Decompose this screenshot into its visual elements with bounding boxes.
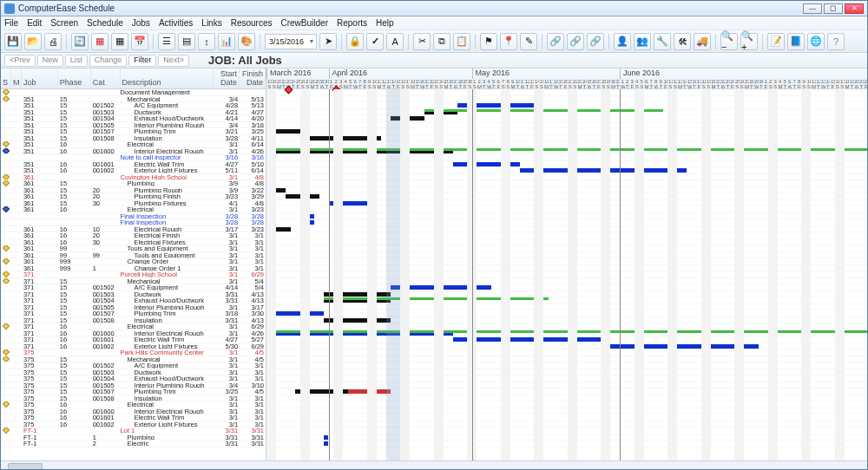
date-picker[interactable]: 3/15/2016	[265, 34, 317, 49]
copy-icon[interactable]: ⧉	[433, 33, 450, 50]
task-row[interactable]: 35116Electrical3/16/14	[1, 141, 266, 148]
menu-activities[interactable]: Activities	[159, 18, 193, 28]
task-row[interactable]: 3619999Tools and Equipment3/13/1	[1, 252, 266, 259]
help-icon[interactable]: ?	[827, 33, 845, 50]
menu-crewbuilder[interactable]: CrewBuilder	[281, 18, 328, 28]
change-button[interactable]: Change	[89, 55, 128, 67]
users-icon[interactable]: 👥	[634, 33, 651, 50]
task-row[interactable]: 3619991Change Order 13/13/1	[1, 265, 266, 272]
task-row[interactable]: 35115001507Plumbing Trim3/213/25	[1, 128, 266, 135]
day-view-icon[interactable]: 📅	[131, 33, 148, 50]
task-row[interactable]: 36116Electrical3/13/23	[1, 206, 266, 213]
task-row[interactable]: 361999Change Order3/13/1	[1, 258, 266, 265]
task-row[interactable]: 371Purcell High School3/16/29	[1, 271, 266, 278]
spell-icon[interactable]: ✓	[366, 33, 384, 50]
task-row[interactable]: 37116001601Electric Wall Trim4/275/27	[1, 336, 266, 343]
marker-icon[interactable]: ✎	[520, 33, 537, 50]
task-row[interactable]: 37515001502A/C Equipment3/13/1	[1, 362, 266, 369]
task-row[interactable]: 37115001508Insulation3/314/13	[1, 317, 266, 324]
task-row[interactable]: 37516Electrical3/13/1	[1, 401, 266, 408]
pin-icon[interactable]: 📍	[500, 33, 517, 50]
task-row[interactable]: 37515001505Interior Plumbing Rough3/43/1…	[1, 382, 266, 389]
task-row[interactable]: 3611620Electrical Finish3/13/1	[1, 232, 266, 239]
tool-icon[interactable]: 🛠	[674, 33, 691, 50]
task-row[interactable]: Document Management	[1, 89, 266, 96]
paste-icon[interactable]: 📋	[453, 33, 470, 50]
font-icon[interactable]: A	[386, 33, 404, 50]
chart-icon[interactable]: 📊	[218, 33, 235, 50]
task-row[interactable]: 35115001502A/C Equipment4/285/13	[1, 102, 266, 109]
menu-jobs[interactable]: Jobs	[132, 18, 150, 28]
new-button[interactable]: New	[37, 55, 63, 67]
task-row[interactable]: 37515001508Insulation3/13/1	[1, 395, 266, 402]
task-row[interactable]: 37115001504Exhaust Hood/Ductwork3/314/13	[1, 297, 266, 304]
task-row[interactable]: 35115001505Interior Plumbing Rough3/43/1…	[1, 122, 266, 129]
maximize-button[interactable]: ▢	[824, 3, 843, 14]
task-row[interactable]: 361Covington High School3/14/8	[1, 174, 266, 181]
task-row[interactable]: 37516001600Interior Electrical Rough3/13…	[1, 408, 266, 415]
truck-icon[interactable]: 🚚	[694, 33, 711, 50]
task-row[interactable]: FT-1Lot 13/313/31	[1, 428, 266, 434]
col-s[interactable]: S	[1, 69, 11, 88]
task-row[interactable]: Final Inspection3/283/28	[1, 213, 266, 220]
task-row[interactable]: 37116001600Interior Electrical Rough3/14…	[1, 330, 266, 337]
task-row[interactable]: 3611610Electrical Rough3/173/23	[1, 226, 266, 233]
bars-icon[interactable]: ▤	[178, 33, 195, 50]
task-row[interactable]: 35116001600Interior Electrical Rough3/14…	[1, 148, 266, 155]
task-row[interactable]: 35116001602Exterior Light Fixtures5/116/…	[1, 167, 266, 174]
task-row[interactable]: 37115001505Interior Plumbing Rough3/13/1…	[1, 304, 266, 311]
book-icon[interactable]: 📘	[787, 33, 805, 50]
gantt-bar[interactable]	[424, 109, 663, 112]
task-row[interactable]: 37516001602Exterior Light Fixtures3/13/1	[1, 421, 266, 428]
task-row[interactable]: 3611520Plumbing Rough3/93/22	[1, 187, 266, 194]
task-row[interactable]: 37515001503Ductwork3/13/1	[1, 369, 266, 376]
task-row[interactable]: 37116001602Exterior Light Fixtures5/306/…	[1, 343, 266, 350]
next-button[interactable]: Next>	[158, 55, 189, 67]
task-row[interactable]: 37115Mechanical3/15/4	[1, 278, 266, 285]
link2-icon[interactable]: 🔗	[567, 33, 584, 50]
task-row[interactable]: 37515Mechanical3/14/5	[1, 356, 266, 363]
col-desc[interactable]: Description	[121, 69, 214, 88]
link3-icon[interactable]: 🔗	[587, 33, 604, 50]
menu-schedule[interactable]: Schedule	[87, 18, 123, 28]
open-icon[interactable]: 📂	[24, 33, 42, 50]
menu-links[interactable]: Links	[201, 18, 221, 28]
goto-today-icon[interactable]: ➤	[319, 33, 337, 50]
minimize-button[interactable]: —	[803, 3, 822, 14]
menu-resources[interactable]: Resources	[231, 18, 273, 28]
globe-icon[interactable]: 🌐	[807, 33, 825, 50]
print-icon[interactable]: 🖨	[44, 33, 62, 50]
zoom-out-icon[interactable]: 🔍−	[720, 33, 738, 50]
task-row[interactable]: 375Park Hills Community Center3/14/5	[1, 349, 266, 356]
task-row[interactable]: 36199Tools and Equipment3/13/1	[1, 245, 266, 252]
task-row[interactable]: 3611630Electrical Fixtures3/13/1	[1, 239, 266, 246]
task-row[interactable]: 37516001601Electric Wall Trim3/13/1	[1, 415, 266, 421]
sort-icon[interactable]: ↕	[198, 33, 215, 50]
task-row[interactable]: 3611530Plumbing Fixtures4/14/8	[1, 200, 266, 207]
task-row[interactable]: 3611520Plumbing Finish3/233/29	[1, 193, 266, 200]
col-cat[interactable]: Cat	[91, 69, 121, 88]
col-job[interactable]: Job	[22, 69, 58, 88]
task-row[interactable]: 36115Plumbing3/94/8	[1, 180, 266, 187]
list-icon[interactable]: ☰	[158, 33, 175, 50]
task-row[interactable]: 37515001507Plumbing Trim3/254/5	[1, 388, 266, 395]
task-row[interactable]: 37116Electrical3/16/29	[1, 323, 266, 330]
task-row[interactable]: 35115001508Insulation3/284/11	[1, 135, 266, 142]
lock-icon[interactable]: 🔒	[346, 33, 364, 50]
col-m[interactable]: M	[11, 69, 22, 88]
task-row[interactable]: Final Inspection3/283/28	[1, 219, 266, 226]
task-row[interactable]: 37115001507Plumbing Trim3/183/30	[1, 310, 266, 317]
menu-file[interactable]: File	[4, 18, 18, 28]
refresh-icon[interactable]: 🔄	[71, 33, 89, 50]
scroll-thumb[interactable]	[8, 463, 43, 470]
col-start[interactable]: Start Date	[214, 69, 240, 88]
note-icon[interactable]: 📝	[767, 33, 785, 50]
flag-icon[interactable]: ⚑	[480, 33, 497, 50]
color-icon[interactable]: 🎨	[238, 33, 255, 50]
horizontal-scrollbar[interactable]	[1, 460, 867, 470]
task-row[interactable]: 35115Mechanical3/45/13	[1, 96, 266, 103]
list-button[interactable]: List	[65, 55, 88, 67]
wrench-icon[interactable]: 🔧	[654, 33, 671, 50]
col-phase[interactable]: Phase	[58, 69, 91, 88]
prev-button[interactable]: <Prev	[4, 55, 36, 67]
